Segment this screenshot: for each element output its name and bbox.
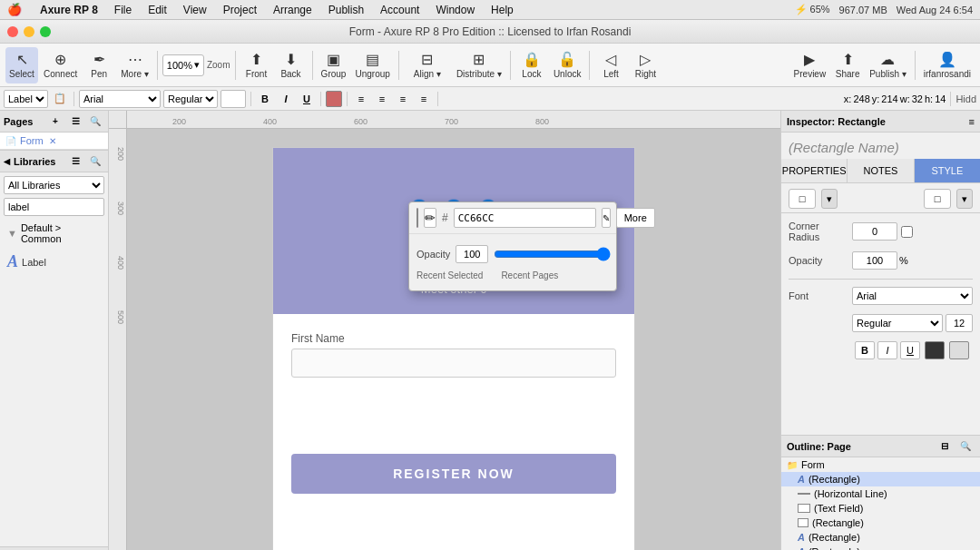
libraries-panel-header: ◀ Libraries ☰ 🔍 [0, 151, 108, 172]
format-sep-1 [74, 92, 74, 106]
cp-edit-button[interactable]: ✎ [602, 208, 611, 228]
outline-search-icon[interactable]: 🔍 [956, 437, 975, 456]
inspector-font-color-swatch[interactable] [925, 341, 945, 359]
menu-axure[interactable]: Axure RP 8 [38, 4, 100, 16]
pages-search-icon[interactable]: 🔍 [86, 113, 104, 131]
widget-type-select[interactable]: Label [4, 90, 48, 108]
libraries-collapse-icon[interactable]: ◀ [4, 157, 10, 166]
outline-item-rect-3[interactable]: A (Rectangle) [781, 530, 980, 545]
font-weight-select-inspector[interactable]: Regular [852, 314, 943, 332]
more-tool-button[interactable]: ⋯ More ▾ [117, 47, 152, 83]
tab-properties[interactable]: PROPERTIES [781, 159, 848, 182]
front-button[interactable]: ⬆Front [240, 47, 273, 83]
distribute-button[interactable]: ⊞Distribute ▾ [453, 47, 505, 83]
italic-format-button[interactable]: I [277, 90, 295, 108]
font-size-input[interactable]: 12 [220, 90, 246, 108]
canvas[interactable]: 👤 👤 👤 WORL Meet other c First Name REGIS… [127, 129, 780, 550]
shape-rect-button[interactable]: □ [789, 189, 816, 209]
page-item-form[interactable]: 📄 Form ✕ [0, 133, 108, 150]
zoom-control[interactable]: 100% ▾ Zoom [162, 54, 230, 76]
select-tool-button[interactable]: ↖ Select [5, 47, 38, 83]
page-close-icon[interactable]: ✕ [49, 136, 56, 146]
menu-project[interactable]: Project [221, 4, 259, 16]
libraries-dropdown[interactable]: All Libraries [4, 176, 104, 194]
zoom-input-area[interactable]: 100% ▾ [162, 54, 204, 76]
cp-opacity-input[interactable] [456, 245, 488, 263]
back-button[interactable]: ⬇Back [275, 47, 308, 83]
style-border-dropdown[interactable]: ▾ [956, 189, 973, 209]
share-button[interactable]: ⬆Share [831, 47, 864, 83]
cp-eyedropper-button[interactable]: ✏ [424, 208, 436, 228]
align-button[interactable]: ⊟Align ▾ [404, 47, 451, 83]
inspector-font-size-input[interactable] [946, 314, 973, 332]
register-now-button[interactable]: REGISTER NOW [291, 454, 616, 494]
inspector-collapse-icon[interactable]: ≡ [969, 116, 975, 127]
font-select[interactable]: Arial [852, 287, 973, 305]
first-name-input[interactable] [291, 349, 616, 378]
window-maximize-button[interactable] [40, 26, 51, 37]
cp-opacity-slider[interactable] [494, 250, 611, 259]
style-border-button[interactable]: □ [924, 189, 951, 209]
inspector-italic-button[interactable]: I [877, 341, 897, 359]
inspector-highlight-swatch[interactable] [949, 341, 969, 359]
tab-notes[interactable]: NOTES [848, 159, 914, 182]
inspector-bold-button[interactable]: B [855, 341, 875, 359]
align-justify-button[interactable]: ≡ [415, 90, 433, 108]
menu-view[interactable]: View [181, 4, 209, 16]
publish-button[interactable]: ☁Publish ▾ [866, 47, 910, 83]
menu-file[interactable]: File [113, 4, 133, 16]
group-button[interactable]: ▣Group [318, 47, 350, 83]
bold-format-button[interactable]: B [256, 90, 274, 108]
outline-item-hline[interactable]: (Horizontal Line) [781, 486, 980, 501]
libraries-menu-icon[interactable]: ☰ [66, 152, 84, 171]
cp-hex-input[interactable] [454, 208, 596, 228]
window-minimize-button[interactable] [24, 26, 34, 37]
pages-menu-icon[interactable]: ☰ [66, 113, 84, 131]
user-button[interactable]: 👤 irfanrosandi [920, 47, 975, 83]
outline-filter-icon[interactable]: ⊟ [936, 437, 954, 456]
menu-edit[interactable]: Edit [146, 4, 169, 16]
align-right-button[interactable]: ≡ [394, 90, 412, 108]
unlock-button[interactable]: 🔓Unlock [550, 47, 585, 83]
zoom-dropdown-icon[interactable]: ▾ [194, 59, 200, 71]
inspector-underline-button[interactable]: U [900, 341, 920, 359]
ungroup-button[interactable]: ▤Ungroup [352, 47, 394, 83]
align-left-button[interactable]: ≡ [352, 90, 370, 108]
outline-item-rect-1[interactable]: A (Rectangle) [781, 472, 980, 486]
libraries-default-section[interactable]: ▼ Default > Common [4, 220, 104, 247]
left-button[interactable]: ◁Left [594, 47, 627, 83]
pen-tool-button[interactable]: ✒ Pen [83, 47, 115, 83]
lock-button[interactable]: 🔒Lock [515, 47, 548, 83]
menu-arrange[interactable]: Arrange [271, 4, 314, 16]
shape-dropdown-button[interactable]: ▾ [821, 189, 838, 209]
font-color-swatch[interactable] [326, 91, 342, 107]
libraries-search-input[interactable] [4, 198, 104, 216]
libraries-search-icon[interactable]: 🔍 [86, 152, 104, 171]
widget-type-icon[interactable]: 📋 [51, 90, 69, 108]
canvas-area[interactable]: 200 400 600 700 800 200 300 400 500 👤 [109, 111, 780, 550]
corner-radius-checkbox[interactable] [901, 226, 913, 238]
outline-item-rect-2[interactable]: (Rectangle) [781, 516, 980, 530]
right-button[interactable]: ▷Right [629, 47, 662, 83]
pages-add-icon[interactable]: + [46, 113, 64, 131]
preview-button[interactable]: ▶Preview [790, 47, 830, 83]
cp-more-button[interactable]: More [616, 208, 655, 228]
label-preview-item[interactable]: A Label [4, 247, 104, 277]
underline-format-button[interactable]: U [298, 90, 316, 108]
cp-current-swatch[interactable] [416, 208, 418, 228]
font-weight-select[interactable]: Regular [163, 90, 218, 108]
menu-window[interactable]: Window [434, 4, 476, 16]
connect-tool-button[interactable]: ⊕ Connect [40, 47, 81, 83]
outline-item-form[interactable]: 📁 Form [781, 457, 980, 472]
corner-radius-input[interactable] [852, 222, 897, 241]
outline-item-textfield[interactable]: (Text Field) [781, 501, 980, 516]
tab-style[interactable]: STYLE [915, 159, 980, 182]
window-close-button[interactable] [7, 26, 18, 37]
menu-publish[interactable]: Publish [327, 4, 366, 16]
menu-help[interactable]: Help [489, 4, 515, 16]
font-family-select[interactable]: Arial [79, 90, 161, 108]
outline-item-rect-4[interactable]: A (Rectangle) [781, 545, 980, 550]
menu-account[interactable]: Account [378, 4, 421, 16]
align-center-button[interactable]: ≡ [373, 90, 391, 108]
opacity-input[interactable] [852, 251, 897, 270]
